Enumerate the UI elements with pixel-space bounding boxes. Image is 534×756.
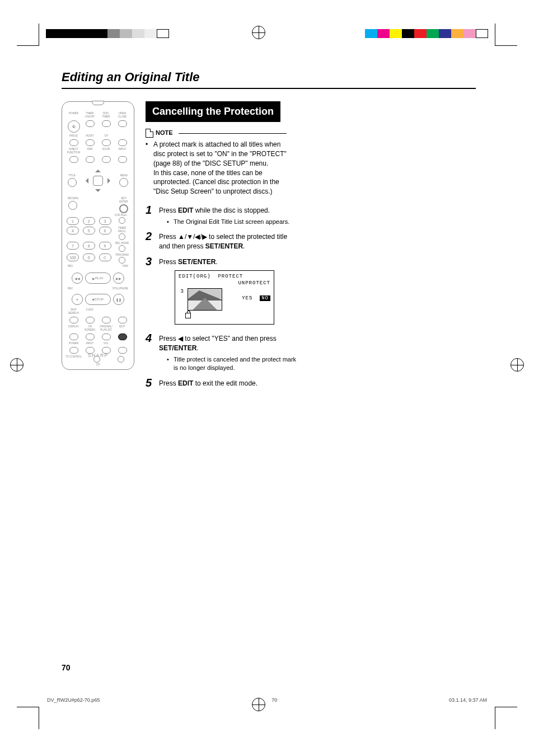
- registration-mark-left: [10, 358, 24, 372]
- step-5: 5 Press EDIT to exit the edit mode.: [146, 377, 297, 388]
- remote-button-label: TIMER ON/OFF: [82, 112, 98, 119]
- arrow-glyph: ▲/▼/◀/▶: [178, 233, 207, 241]
- sub-bullet: •: [167, 355, 170, 373]
- remote-number-button: 3: [99, 217, 111, 225]
- remote-button-label: POWER: [65, 342, 82, 345]
- display-button: [69, 334, 78, 340]
- step-text: Press: [159, 335, 178, 342]
- set-enter-button: [119, 204, 128, 213]
- remote-button-label: [114, 134, 130, 138]
- arrow-glyph: ◀: [178, 335, 183, 342]
- original-playlist-button: [102, 334, 111, 340]
- play-button: ▶ PLAY: [85, 273, 111, 284]
- colorbar-swatch: [71, 29, 83, 38]
- remote-button-label: POWER: [65, 112, 82, 119]
- osd-index: 3: [179, 288, 184, 295]
- remote-button-label: SKIP SEARCH: [65, 308, 82, 315]
- colorbar-swatch: [402, 29, 414, 38]
- skip-search-button: [69, 317, 78, 323]
- remote-button-label: DISPLAY: [65, 325, 82, 332]
- remote-button-label: [114, 308, 130, 315]
- return-label: RETURN: [68, 197, 78, 200]
- menu-label: MENU: [118, 174, 130, 177]
- colorbar-swatch: [451, 29, 463, 38]
- step-4: 4 Press ◀ to select "YES" and then press…: [146, 332, 297, 372]
- onscreen-button: [86, 334, 95, 340]
- fadv-button: [86, 317, 95, 323]
- step-number: 1: [146, 204, 154, 226]
- step-keyword: EDIT: [178, 206, 193, 214]
- skip-next-button: [118, 317, 127, 323]
- remote-number-button: 8: [83, 242, 95, 250]
- note-bullet: •: [146, 140, 150, 196]
- still-label: STILL/PAUSE: [113, 287, 128, 290]
- ch-down-button: [102, 139, 111, 146]
- remote-button-label: DNR: [82, 148, 98, 154]
- audio-button: [86, 139, 95, 146]
- remote-button-label: F.ADV: [82, 308, 98, 315]
- ch-up-button: [118, 139, 127, 146]
- colorbar-swatch: [120, 29, 132, 38]
- power-button: ⏻: [68, 120, 80, 133]
- direct-function-button: [69, 156, 78, 163]
- step-number: 3: [146, 256, 154, 328]
- step-number: 2: [146, 231, 154, 251]
- step-text: to select "YES" and then press: [183, 335, 277, 342]
- remote-button-label: DISC TIMER: [98, 112, 114, 119]
- step-keyword: SET/ENTER: [205, 242, 243, 250]
- note-icon: [146, 129, 153, 138]
- osd-yes-no: YES NO: [226, 288, 270, 302]
- step-keyword: SET/ENTER: [178, 258, 216, 266]
- remote-control-figure: POWERTIMER ON/OFFDISC TIMEROPEN/ CLOSE ⏻…: [62, 101, 134, 370]
- colorbar-swatch: [365, 29, 377, 38]
- remote-button-label: ON SCREEN: [82, 325, 98, 332]
- edit-button: [118, 334, 127, 340]
- colorbar-swatch: [132, 29, 144, 38]
- step-number: 4: [146, 332, 154, 372]
- title-label: TITLE: [65, 174, 78, 177]
- remote-button-label: CH: [98, 134, 114, 138]
- remote-button-label: [98, 308, 114, 315]
- step-text: .: [216, 258, 217, 266]
- remote-side-label: REC MODE: [115, 242, 129, 245]
- dpad: [78, 167, 118, 195]
- fwd-label: FWD: [123, 265, 128, 268]
- sub-text: The Original Edit Title List screen appe…: [174, 218, 297, 226]
- disc-timer-button: [102, 120, 111, 127]
- remote-button-label: ORIGINAL/ PLAYLIST: [98, 325, 114, 332]
- colorbar-swatch: [46, 29, 58, 38]
- lock-icon: [185, 313, 191, 318]
- step-text: Press: [159, 233, 178, 241]
- section-heading: Cancelling the Protection: [146, 101, 280, 122]
- footer-file: DV_RW2U#p62-70.p65: [47, 697, 100, 703]
- remote-button-label: [114, 342, 130, 345]
- remote-button-label: ZOOM: [98, 148, 114, 154]
- step-text: .: [196, 344, 198, 352]
- remote-side-button: [119, 217, 125, 224]
- step-text: while the disc is stopped.: [193, 206, 270, 214]
- colorbar-swatch: [83, 29, 95, 38]
- note-text: A protect mark is attached to all titles…: [153, 140, 291, 196]
- remote-number-button: 5: [83, 227, 95, 234]
- osd-figure: EDIT(ORG) PROTECT UNPROTECT 3 YES NO: [175, 270, 274, 325]
- dnr-button: [86, 156, 95, 163]
- tv-ch-label: CH: [65, 363, 130, 367]
- remote-button-label: INPUT: [82, 342, 98, 345]
- step-text: Press: [159, 258, 178, 266]
- fwd-button: ▶▶: [113, 273, 124, 284]
- step-keyword: EDIT: [178, 379, 193, 387]
- colorbar-swatch: [377, 29, 390, 38]
- step-keyword: SET/ENTER: [159, 344, 196, 352]
- page-number: 70: [62, 663, 71, 672]
- remote-number-button: 7: [67, 242, 79, 250]
- remote-button-label: OPEN/ CLOSE: [114, 112, 130, 119]
- remote-number-button: 9: [99, 242, 111, 250]
- sub-text: Title protect is canceled and the protec…: [174, 355, 297, 373]
- zoom-button: [102, 156, 111, 163]
- rev-label: REV: [68, 265, 73, 268]
- crop-mark-br: [495, 707, 517, 729]
- step-text: .: [243, 242, 245, 250]
- remote-button-label: AUDIO: [82, 134, 98, 138]
- remote-side-label: TIMER PROG.: [115, 227, 129, 233]
- set-enter-label: SET/ ENTER: [119, 197, 128, 204]
